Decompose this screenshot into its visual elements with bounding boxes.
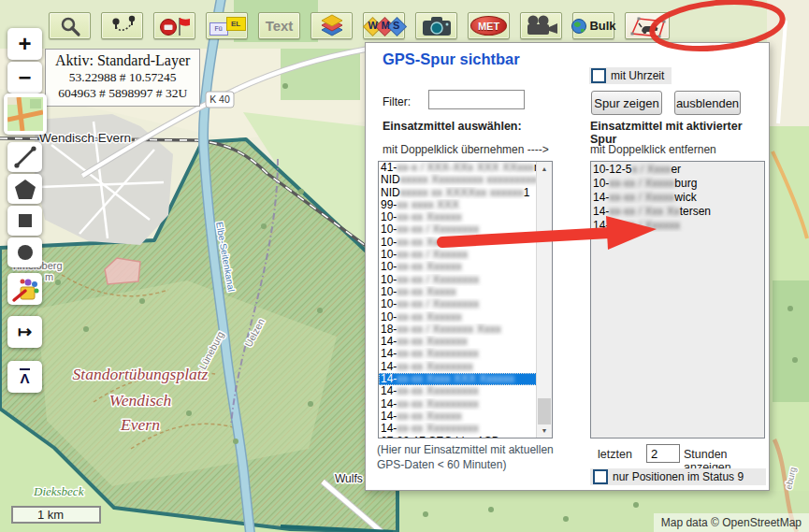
list-item[interactable]: 10-12-5x / Xxxxer [591,162,764,176]
video-camera-icon [524,14,559,38]
list-item[interactable]: 14-xx-xx Xxxxxxx [379,336,537,348]
list-item[interactable]: NIDxxxxx Xxxxxxxxx xxxxxxxxxA [379,174,537,186]
list-item[interactable]: 14-xx-xx Xxxxxxxxx [379,385,537,397]
el-box: EL [226,17,246,31]
list-item[interactable]: 10-xx-xx Xxxxx [379,237,537,249]
left-list-heading: Einsatzmittel auswählen: [383,120,522,133]
met-button[interactable]: MET [468,12,510,39]
wms-icon: WMS [366,15,403,37]
with-time-row: mit Uhrzeit [589,67,672,84]
search-button[interactable] [49,12,91,39]
list-item[interactable]: 14-xx-xx / Xxx Xxtersen [591,204,764,218]
scale-label: 1 km [37,508,64,522]
list-item[interactable]: 10-xx-xx Xxxxx [379,286,537,298]
zoom-out-button[interactable]: − [7,62,42,93]
list-item[interactable]: 14-xx-xx Xxxxxxxx [379,361,537,373]
list-item[interactable]: 18-xx-xx / Xxxxxxx Xxxx [379,324,537,336]
bulk-button[interactable]: Bulk [572,12,614,39]
list-item[interactable]: 14-xx-xx / Xxxxxx [591,218,764,232]
list-item[interactable]: 10-xx-xx / Xxxxxxxx [379,274,537,286]
toolbar: Fü EL Text WMS [49,12,670,39]
active-layer-utm: 604963 # 5898997 # 32U [55,86,190,101]
gps-footnote: (Hier nur Einsatzmittel mit aktuellen GP… [377,442,554,472]
measure-line-button[interactable] [7,142,42,172]
gps-track-dog-button[interactable] [625,12,670,39]
show-track-button[interactable]: Spur zeigen [591,91,662,115]
active-layer-title: Aktiv: Standard-Layer [55,52,190,69]
list-item[interactable]: 67-82-17 SEG Lbg ASB [379,436,537,439]
speedcam-flag-icon [158,14,192,38]
active-layer-box: Aktiv: Standard-Layer 53.22988 # 10.5724… [45,49,200,107]
peak-tool-button[interactable]: Λ [7,361,42,393]
circle-tool-button[interactable] [7,237,42,267]
active-track-units-listbox[interactable]: 10-12-5x / Xxxxer10-xx-xx / Xxxxxburg14-… [590,161,765,439]
list-item[interactable]: 10-xx-xx / Xxxxxburg [591,176,764,190]
filter-label: Filter: [383,95,411,108]
stream-label: Dieksbeck [33,484,84,498]
measure-line-icon [11,144,39,170]
plus-icon: + [18,33,31,55]
scroll-down-arrow[interactable]: ▼ [537,424,552,438]
dog-polygon-icon [627,13,668,39]
list-item[interactable]: 41-xx-x / XXX-XXx XXX XXxxxn [379,162,537,174]
map-application: Wendisch Evern K 40 Timeloberg m Standor… [0,0,809,532]
scale-bar: 1 km [11,506,101,524]
lambda-overline-icon: Λ [20,368,29,385]
speedcam-flag-button[interactable] [153,12,195,39]
rectangle-tool-button[interactable] [7,206,42,236]
svg-text:Evern: Evern [120,415,160,434]
paint-tool-button[interactable] [7,273,42,305]
available-units-list: 41-xx-x / XXX-XXx XXX XXxxxnNIDxxxxx Xxx… [379,162,537,439]
status9-checkbox[interactable] [593,469,608,484]
active-layer-latlon: 53.22988 # 10.57245 [55,70,190,85]
list-item[interactable]: 14-xx-xx Xxxx XXX Xxxxxx [379,373,537,385]
move-right-tool-button[interactable]: ↦ [7,316,42,348]
list-item[interactable]: 14-xx-xx / Xxxxxwick [591,190,764,204]
wms-button[interactable]: WMS [363,12,405,39]
bulk-label: Bulk [589,19,615,33]
camera-case-button[interactable] [415,12,457,39]
right-list-heading: Einsatzmittel mit aktivierter Spur [590,120,769,146]
list-item[interactable]: 99-xx xxxx XXX [379,199,537,211]
scrollbar[interactable]: ▲ ▼ [536,162,552,438]
available-units-listbox[interactable]: 41-xx-x / XXX-XXx XXX XXxxxnNIDxxxxx Xxx… [378,161,553,439]
fu-el-button[interactable]: Fü EL [206,12,248,39]
field-ne [767,0,809,126]
layer-switcher-button[interactable] [4,93,47,135]
scroll-up-arrow[interactable]: ▲ [537,162,552,176]
svg-text:K 40: K 40 [209,93,230,105]
list-item[interactable]: 14-xx-xx Xxxxxx [379,410,537,423]
layers-button[interactable] [311,12,353,39]
svg-text:Wendisch: Wendisch [109,391,172,410]
list-item[interactable]: 10-xx-xx Xxxxxx [379,311,537,324]
filter-input[interactable] [428,90,525,109]
list-item[interactable]: 10-xx-xx Xxxxxx [379,261,537,273]
list-item[interactable]: 10-xx-xx Xxxxxx [379,211,537,223]
pentagon-icon [11,176,39,202]
video-button[interactable] [520,12,562,39]
bulk-icon-wrap: Bulk [571,18,615,35]
fu-el-icon: Fü EL [209,15,246,37]
list-item[interactable]: 14-xx-xx Xxxxxxxxx [379,348,537,360]
paint-icon [10,275,40,303]
hours-prefix-label: letzten [598,448,632,461]
with-time-checkbox[interactable] [591,68,606,83]
status9-label: nur Positionen im Status 9 [613,470,744,483]
polygon-tool-button[interactable] [7,174,42,204]
hide-track-button[interactable]: ausblenden [674,91,741,115]
hours-input[interactable] [646,444,680,463]
town-label: Wendisch Evern [39,131,131,145]
list-item[interactable]: 14-xx-xx Xxxxxxxxx [379,398,537,410]
scroll-thumb[interactable] [538,398,551,424]
route-button[interactable] [101,12,143,39]
text-button-label: Text [266,18,294,34]
list-item[interactable]: 10-xx-xx / Xxxxxx [379,249,537,261]
left-list-hint: mit Doppelklick übernehmen ----> [383,143,549,156]
list-item[interactable]: NIDxxxxx xx XXXXxx xxxxxx1 [379,187,537,199]
circle-icon [11,239,39,266]
list-item[interactable]: 10-xx-xx / Xxxxxxxx [379,223,537,236]
text-button[interactable]: Text [258,12,300,39]
list-item[interactable]: 14-xx-xx Xxxxxxxxx [379,423,537,435]
zoom-in-button[interactable]: + [7,28,42,60]
list-item[interactable]: 10-xx-xx / Xxxxxxxx [379,298,537,310]
